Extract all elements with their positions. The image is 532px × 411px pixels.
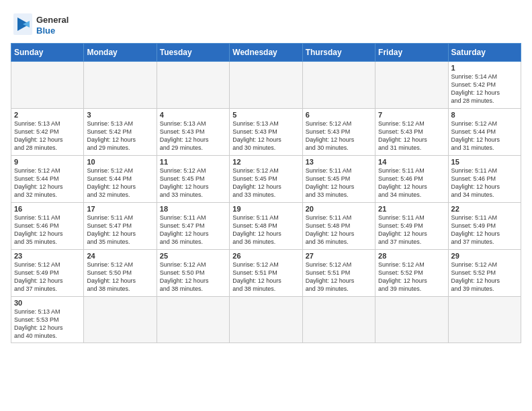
day-info: Sunrise: 5:12 AM Sunset: 5:50 PM Dayligh…: [160, 261, 226, 293]
day-number: 27: [306, 252, 372, 260]
calendar-cell: 18Sunrise: 5:11 AM Sunset: 5:47 PM Dayli…: [157, 203, 229, 250]
day-number: 20: [306, 205, 372, 213]
calendar-cell: 21Sunrise: 5:11 AM Sunset: 5:49 PM Dayli…: [375, 203, 448, 250]
weekday-header-friday: Friday: [375, 44, 448, 62]
day-info: Sunrise: 5:12 AM Sunset: 5:52 PM Dayligh…: [378, 261, 445, 293]
week-row-4: 16Sunrise: 5:11 AM Sunset: 5:46 PM Dayli…: [11, 203, 521, 250]
day-number: 30: [14, 299, 81, 307]
day-info: Sunrise: 5:12 AM Sunset: 5:51 PM Dayligh…: [306, 261, 372, 293]
weekday-header-sunday: Sunday: [11, 44, 84, 62]
day-info: Sunrise: 5:13 AM Sunset: 5:53 PM Dayligh…: [14, 308, 81, 340]
calendar-cell: 5Sunrise: 5:13 AM Sunset: 5:43 PM Daylig…: [230, 109, 302, 156]
day-number: 7: [378, 111, 445, 119]
calendar-cell: 24Sunrise: 5:12 AM Sunset: 5:50 PM Dayli…: [84, 250, 157, 297]
day-info: Sunrise: 5:13 AM Sunset: 5:43 PM Dayligh…: [232, 120, 299, 152]
day-info: Sunrise: 5:11 AM Sunset: 5:48 PM Dayligh…: [232, 214, 299, 246]
day-number: 14: [378, 158, 445, 166]
day-info: Sunrise: 5:12 AM Sunset: 5:45 PM Dayligh…: [232, 167, 299, 199]
day-number: 1: [451, 64, 518, 72]
day-info: Sunrise: 5:12 AM Sunset: 5:43 PM Dayligh…: [306, 120, 372, 152]
day-number: 6: [306, 111, 372, 119]
day-number: 5: [232, 111, 299, 119]
day-info: Sunrise: 5:11 AM Sunset: 5:47 PM Dayligh…: [87, 214, 153, 246]
day-info: Sunrise: 5:14 AM Sunset: 5:42 PM Dayligh…: [451, 73, 518, 105]
weekday-header-wednesday: Wednesday: [230, 44, 302, 62]
day-info: Sunrise: 5:12 AM Sunset: 5:45 PM Dayligh…: [160, 167, 226, 199]
day-info: Sunrise: 5:11 AM Sunset: 5:46 PM Dayligh…: [378, 167, 445, 199]
weekday-header-saturday: Saturday: [448, 44, 521, 62]
calendar-table: SundayMondayTuesdayWednesdayThursdayFrid…: [11, 43, 521, 343]
page-header: General Blue: [11, 11, 521, 38]
day-number: 15: [451, 158, 518, 166]
calendar-cell: 16Sunrise: 5:11 AM Sunset: 5:46 PM Dayli…: [11, 203, 84, 250]
calendar-cell: 28Sunrise: 5:12 AM Sunset: 5:52 PM Dayli…: [375, 250, 448, 297]
calendar-cell: 3Sunrise: 5:13 AM Sunset: 5:42 PM Daylig…: [84, 109, 157, 156]
calendar-cell: [302, 62, 375, 109]
calendar-cell: [375, 62, 448, 109]
calendar-cell: 29Sunrise: 5:12 AM Sunset: 5:52 PM Dayli…: [448, 250, 521, 297]
day-number: 9: [14, 158, 81, 166]
day-info: Sunrise: 5:11 AM Sunset: 5:45 PM Dayligh…: [306, 167, 372, 199]
calendar-cell: 23Sunrise: 5:12 AM Sunset: 5:49 PM Dayli…: [11, 250, 84, 297]
day-info: Sunrise: 5:12 AM Sunset: 5:44 PM Dayligh…: [451, 120, 518, 152]
svg-text:Blue: Blue: [36, 26, 55, 36]
calendar-cell: [375, 297, 448, 343]
day-number: 25: [160, 252, 226, 260]
day-number: 2: [14, 111, 81, 119]
day-info: Sunrise: 5:12 AM Sunset: 5:43 PM Dayligh…: [378, 120, 445, 152]
day-info: Sunrise: 5:11 AM Sunset: 5:48 PM Dayligh…: [306, 214, 372, 246]
day-info: Sunrise: 5:12 AM Sunset: 5:44 PM Dayligh…: [87, 167, 153, 199]
day-number: 21: [378, 205, 445, 213]
weekday-header-row: SundayMondayTuesdayWednesdayThursdayFrid…: [11, 44, 521, 62]
calendar-cell: [157, 62, 229, 109]
day-info: Sunrise: 5:13 AM Sunset: 5:42 PM Dayligh…: [87, 120, 153, 152]
calendar-cell: 7Sunrise: 5:12 AM Sunset: 5:43 PM Daylig…: [375, 109, 448, 156]
day-number: 26: [232, 252, 299, 260]
calendar-cell: 17Sunrise: 5:11 AM Sunset: 5:47 PM Dayli…: [84, 203, 157, 250]
logo: General Blue: [11, 11, 71, 38]
calendar-cell: 15Sunrise: 5:11 AM Sunset: 5:46 PM Dayli…: [448, 156, 521, 203]
weekday-header-tuesday: Tuesday: [157, 44, 229, 62]
calendar-cell: 25Sunrise: 5:12 AM Sunset: 5:50 PM Dayli…: [157, 250, 229, 297]
day-number: 4: [160, 111, 226, 119]
calendar-cell: 20Sunrise: 5:11 AM Sunset: 5:48 PM Dayli…: [302, 203, 375, 250]
weekday-header-thursday: Thursday: [302, 44, 375, 62]
calendar-cell: 4Sunrise: 5:13 AM Sunset: 5:43 PM Daylig…: [157, 109, 229, 156]
day-info: Sunrise: 5:11 AM Sunset: 5:46 PM Dayligh…: [14, 214, 81, 246]
calendar-cell: [448, 297, 521, 343]
day-number: 8: [451, 111, 518, 119]
day-info: Sunrise: 5:11 AM Sunset: 5:49 PM Dayligh…: [451, 214, 518, 246]
day-info: Sunrise: 5:12 AM Sunset: 5:52 PM Dayligh…: [451, 261, 518, 293]
day-info: Sunrise: 5:13 AM Sunset: 5:42 PM Dayligh…: [14, 120, 81, 152]
svg-text:General: General: [36, 15, 69, 25]
day-info: Sunrise: 5:12 AM Sunset: 5:50 PM Dayligh…: [87, 261, 153, 293]
calendar-cell: 19Sunrise: 5:11 AM Sunset: 5:48 PM Dayli…: [230, 203, 302, 250]
calendar-cell: 26Sunrise: 5:12 AM Sunset: 5:51 PM Dayli…: [230, 250, 302, 297]
day-number: 13: [306, 158, 372, 166]
calendar-cell: 11Sunrise: 5:12 AM Sunset: 5:45 PM Dayli…: [157, 156, 229, 203]
day-number: 10: [87, 158, 153, 166]
day-info: Sunrise: 5:11 AM Sunset: 5:47 PM Dayligh…: [160, 214, 226, 246]
week-row-6: 30Sunrise: 5:13 AM Sunset: 5:53 PM Dayli…: [11, 297, 521, 343]
day-number: 3: [87, 111, 153, 119]
calendar-cell: 27Sunrise: 5:12 AM Sunset: 5:51 PM Dayli…: [302, 250, 375, 297]
week-row-2: 2Sunrise: 5:13 AM Sunset: 5:42 PM Daylig…: [11, 109, 521, 156]
week-row-3: 9Sunrise: 5:12 AM Sunset: 5:44 PM Daylig…: [11, 156, 521, 203]
calendar-cell: 2Sunrise: 5:13 AM Sunset: 5:42 PM Daylig…: [11, 109, 84, 156]
day-number: 22: [451, 205, 518, 213]
calendar-cell: [230, 297, 302, 343]
calendar-cell: 12Sunrise: 5:12 AM Sunset: 5:45 PM Dayli…: [230, 156, 302, 203]
day-info: Sunrise: 5:12 AM Sunset: 5:51 PM Dayligh…: [232, 261, 299, 293]
calendar-header: SundayMondayTuesdayWednesdayThursdayFrid…: [11, 44, 521, 62]
week-row-1: 1Sunrise: 5:14 AM Sunset: 5:42 PM Daylig…: [11, 62, 521, 109]
calendar-cell: [302, 297, 375, 343]
calendar-cell: [157, 297, 229, 343]
day-number: 23: [14, 252, 81, 260]
calendar-cell: 14Sunrise: 5:11 AM Sunset: 5:46 PM Dayli…: [375, 156, 448, 203]
day-number: 12: [232, 158, 299, 166]
day-number: 18: [160, 205, 226, 213]
calendar-cell: [84, 297, 157, 343]
day-number: 19: [232, 205, 299, 213]
day-info: Sunrise: 5:12 AM Sunset: 5:44 PM Dayligh…: [14, 167, 81, 199]
day-number: 16: [14, 205, 81, 213]
